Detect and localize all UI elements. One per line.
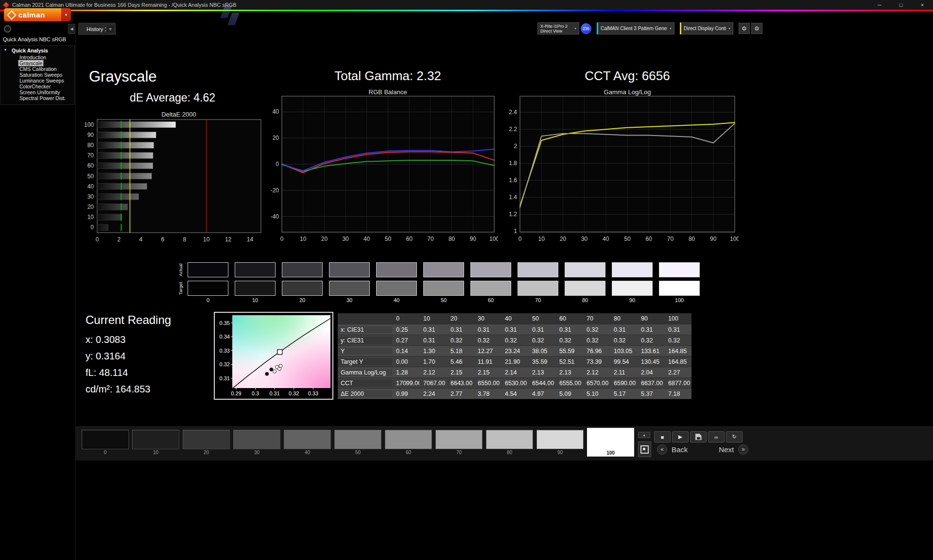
svg-text:8: 8 [183, 236, 186, 243]
back-button-icon[interactable]: « [657, 444, 667, 455]
pattern-tile-60[interactable]: 60 [385, 428, 432, 457]
chevron-up-button[interactable]: ▲ [638, 432, 650, 438]
sidebar-item-grayscale[interactable]: Grayscale [1, 60, 74, 66]
back-button[interactable]: Back [672, 445, 688, 454]
svg-text:0: 0 [276, 161, 279, 168]
svg-text:14: 14 [247, 236, 254, 243]
sidebar-item-introduction[interactable]: Introduction [1, 54, 74, 60]
pattern-tile-0[interactable]: 0 [82, 428, 129, 457]
sidebar-item-cms-calibration[interactable]: CMS Calibration [1, 66, 74, 72]
swatch-column-label: 60 [470, 297, 511, 303]
add-tab-button[interactable]: + [106, 25, 115, 34]
display-control-selector[interactable]: Direct Display Control ▼ [680, 22, 733, 34]
svg-text:100: 100 [489, 236, 498, 242]
table-row-y: Y0.141.305.1812.2723.2438.0555.5976.9610… [338, 346, 691, 356]
pattern-tile-label: 80 [486, 449, 533, 456]
svg-text:10: 10 [87, 214, 94, 221]
table-cell: 5.09 [555, 390, 583, 397]
sidebar-item-saturation-sweeps[interactable]: Saturation Sweeps [1, 72, 74, 78]
actual-swatch-30 [329, 262, 370, 277]
pattern-generator-selector[interactable]: CalMAN Client 3 Pattern Generator ▼ [597, 22, 674, 34]
actual-swatch-70 [518, 262, 558, 277]
pattern-tile-50[interactable]: 50 [334, 428, 381, 457]
table-cell: 1.28 [392, 369, 419, 376]
transport-buttons: ■ ▶ ∞ ↻ [654, 431, 743, 442]
pattern-swatch [183, 430, 230, 449]
table-col-header: 80 [610, 315, 637, 322]
svg-text:1.2: 1.2 [509, 211, 517, 218]
table-cell: 17099.00 [392, 380, 419, 387]
svg-text:40: 40 [273, 108, 279, 115]
target-swatch-row [188, 281, 700, 296]
swatch-column-label: 90 [612, 297, 653, 303]
sidebar-item-screen-uniformity[interactable]: Screen Uniformity [1, 89, 74, 95]
table-cell: 38.05 [528, 348, 555, 355]
refresh-button[interactable]: ↻ [726, 431, 743, 442]
sidebar-item-luminance-sweeps[interactable]: Luminance Sweeps [1, 78, 74, 84]
pattern-tile-label: 50 [334, 449, 381, 456]
continuous-measure-button[interactable]: ∞ [708, 431, 725, 442]
sidebar-item-spectral-power-dist-[interactable]: Spectral Power Dist. [1, 95, 74, 101]
svg-text:4: 4 [139, 236, 143, 243]
current-reading-y: y: 0.3164 [86, 348, 171, 364]
svg-text:2.4: 2.4 [509, 109, 517, 116]
target-swatch-50 [423, 281, 464, 296]
table-cell: 0.32 [555, 337, 583, 344]
calman-logo-menu[interactable]: calman ▼ [4, 8, 71, 21]
pattern-tile-100[interactable]: 100 [587, 428, 634, 457]
next-button[interactable]: Next [719, 445, 734, 454]
pattern-window-button[interactable] [638, 441, 651, 457]
current-reading-x: x: 0.3083 [86, 331, 171, 348]
logo-dropdown-button[interactable]: ▼ [61, 8, 71, 21]
session-options-button[interactable] [4, 25, 11, 33]
stop-button[interactable]: ■ [654, 431, 671, 442]
table-cell: 6530.00 [501, 380, 528, 387]
table-cell: 0.31 [664, 326, 691, 333]
display-control-label: Direct Display Control [681, 26, 726, 31]
sidebar-collapse-button[interactable]: ◀ [68, 24, 75, 34]
pattern-tile-40[interactable]: 40 [284, 428, 331, 457]
pattern-tile-80[interactable]: 80 [486, 428, 533, 457]
meter-selector[interactable]: X-Rite i1Pro 2 Direct View ▼ [537, 22, 579, 34]
table-col-header: 10 [419, 315, 447, 322]
target-swatch-100 [659, 281, 700, 296]
pattern-tile-30[interactable]: 30 [233, 428, 280, 457]
table-cell: 5.46 [447, 358, 474, 365]
actual-swatch-100 [659, 262, 700, 277]
tree-root-label: Quick Analysis [12, 48, 48, 53]
pattern-tile-10[interactable]: 10 [132, 428, 179, 457]
svg-text:2.2: 2.2 [509, 126, 517, 133]
app-settings-gear-button[interactable]: ⚙ [751, 23, 762, 34]
settings-gear-button[interactable]: ⚙ [739, 23, 750, 34]
table-cell: 23.24 [501, 348, 528, 355]
swatch-column-label: 10 [235, 297, 276, 303]
pattern-tile-label: 70 [435, 449, 483, 456]
table-cell: 1.70 [419, 358, 447, 365]
pattern-tile-90[interactable]: 90 [536, 428, 584, 457]
maximize-button[interactable]: □ [890, 0, 912, 10]
pattern-tile-20[interactable]: 20 [183, 428, 230, 457]
pattern-tile-label: 100 [587, 450, 634, 457]
table-cell: 0.31 [610, 326, 637, 333]
tree-expand-icon[interactable]: ▾ [4, 48, 6, 52]
svg-text:1.4: 1.4 [509, 194, 517, 201]
table-cell: 0.32 [664, 337, 691, 344]
minimize-button[interactable]: ─ [869, 0, 890, 10]
table-cell: 2.04 [637, 369, 664, 376]
play-button[interactable]: ▶ [672, 431, 689, 442]
svg-text:0.31: 0.31 [269, 390, 279, 396]
svg-text:60: 60 [87, 162, 94, 169]
save-button[interactable] [690, 431, 707, 442]
meter-label: X-Rite i1Pro 2 Direct View [538, 24, 572, 34]
svg-text:0: 0 [90, 224, 94, 231]
sidebar-item-colorchecker[interactable]: ColorChecker [1, 84, 74, 89]
table-row-label: y: CIE31 [338, 337, 392, 344]
tree-root-quick-analysis[interactable]: ▾ Quick Analysis [1, 47, 74, 54]
measurement-table: 0102030405060708090100x: CIE310.250.310.… [338, 313, 691, 399]
next-button-icon[interactable]: » [738, 444, 748, 455]
svg-text:60: 60 [406, 236, 413, 242]
meter-count-badge[interactable]: 235 [581, 23, 591, 34]
close-button[interactable]: × [912, 0, 933, 10]
target-swatch-40 [376, 281, 417, 296]
pattern-tile-70[interactable]: 70 [435, 428, 483, 457]
